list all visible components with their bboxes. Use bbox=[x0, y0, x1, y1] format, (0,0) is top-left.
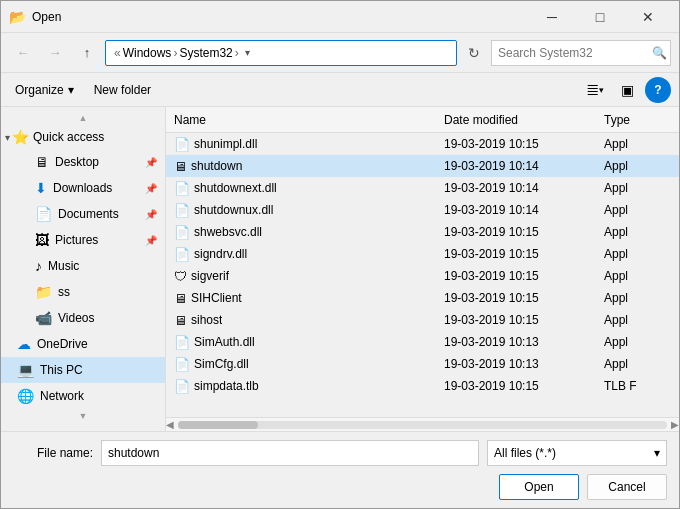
path-windows: Windows bbox=[123, 46, 172, 60]
file-icon: 🖥 bbox=[174, 291, 187, 306]
path-system32: System32 bbox=[179, 46, 232, 60]
table-row[interactable]: 📄 shutdownux.dll 19-03-2019 10:14 Appl bbox=[166, 199, 679, 221]
file-cell-date: 19-03-2019 10:15 bbox=[436, 379, 596, 393]
sidebar-label-videos: Videos bbox=[58, 311, 157, 325]
dialog-title: Open bbox=[32, 10, 61, 24]
file-cell-name: 📄 shunimpl.dll bbox=[166, 137, 436, 152]
search-box[interactable]: 🔍 bbox=[491, 40, 671, 66]
sidebar-item-desktop[interactable]: 🖥 Desktop 📌 bbox=[1, 149, 165, 175]
sidebar-label-this-pc: This PC bbox=[40, 363, 157, 377]
sidebar-item-ss[interactable]: 📁 ss bbox=[1, 279, 165, 305]
onedrive-icon: ☁ bbox=[17, 336, 31, 352]
search-icon: 🔍 bbox=[652, 46, 667, 60]
horizontal-scrollbar[interactable]: ◀ ▶ bbox=[166, 417, 679, 431]
sidebar-item-quick-access[interactable]: ▾ ⭐ Quick access bbox=[1, 125, 165, 149]
sidebar-item-music[interactable]: ♪ Music bbox=[1, 253, 165, 279]
file-cell-name: 🖥 SIHClient bbox=[166, 291, 436, 306]
view-toggle-button[interactable]: ≣ ▾ bbox=[581, 77, 609, 103]
quick-access-icon: ⭐ bbox=[12, 129, 29, 145]
table-row[interactable]: 🖥 sihost 19-03-2019 10:15 Appl bbox=[166, 309, 679, 331]
file-cell-type: Appl bbox=[596, 137, 671, 151]
filetype-select[interactable]: All files (*.*) ▾ bbox=[487, 440, 667, 466]
maximize-button[interactable]: □ bbox=[577, 1, 623, 33]
file-cell-type: Appl bbox=[596, 313, 671, 327]
quick-access-label: Quick access bbox=[33, 130, 104, 144]
file-icon: 📄 bbox=[174, 357, 190, 372]
col-header-name[interactable]: Name bbox=[166, 113, 436, 127]
pin-icon: 📌 bbox=[145, 157, 157, 168]
filename-input[interactable] bbox=[101, 440, 479, 466]
sidebar-item-videos[interactable]: 📹 Videos bbox=[1, 305, 165, 331]
table-row[interactable]: 📄 shunimpl.dll 19-03-2019 10:15 Appl bbox=[166, 133, 679, 155]
thispc-icon: 💻 bbox=[17, 362, 34, 378]
address-bar: ← → ↑ « Windows › System32 › ▾ ↻ 🔍 bbox=[1, 33, 679, 73]
file-cell-date: 19-03-2019 10:15 bbox=[436, 247, 596, 261]
col-header-date[interactable]: Date modified bbox=[436, 113, 596, 127]
filename-label: File name: bbox=[13, 446, 93, 460]
file-icon: 📄 bbox=[174, 225, 190, 240]
minimize-button[interactable]: ─ bbox=[529, 1, 575, 33]
file-cell-name: 📄 shutdownext.dll bbox=[166, 181, 436, 196]
file-name-text: SimAuth.dll bbox=[194, 335, 255, 349]
sidebar-item-this-pc[interactable]: 💻 This PC bbox=[1, 357, 165, 383]
sidebar-label-ss: ss bbox=[58, 285, 157, 299]
open-button[interactable]: Open bbox=[499, 474, 579, 500]
pane-icon: ▣ bbox=[621, 82, 634, 98]
new-folder-button[interactable]: New folder bbox=[88, 77, 157, 103]
pin-icon-downloads: 📌 bbox=[145, 183, 157, 194]
table-row[interactable]: 📄 shutdownext.dll 19-03-2019 10:14 Appl bbox=[166, 177, 679, 199]
file-cell-type: Appl bbox=[596, 269, 671, 283]
file-cell-type: Appl bbox=[596, 203, 671, 217]
file-cell-name: 📄 shutdownux.dll bbox=[166, 203, 436, 218]
h-scroll-left-btn[interactable]: ◀ bbox=[166, 419, 174, 430]
col-header-type[interactable]: Type bbox=[596, 113, 671, 127]
refresh-button[interactable]: ↻ bbox=[461, 40, 487, 66]
table-row[interactable]: 📄 shwebsvc.dll 19-03-2019 10:15 Appl bbox=[166, 221, 679, 243]
file-name-text: signdrv.dll bbox=[194, 247, 247, 261]
file-name-text: shwebsvc.dll bbox=[194, 225, 262, 239]
file-cell-name: 🖥 shutdown bbox=[166, 159, 436, 174]
h-scroll-track[interactable] bbox=[178, 421, 667, 429]
forward-button[interactable]: → bbox=[41, 39, 69, 67]
table-row[interactable]: 📄 signdrv.dll 19-03-2019 10:15 Appl bbox=[166, 243, 679, 265]
h-scroll-right-btn[interactable]: ▶ bbox=[671, 419, 679, 430]
file-cell-name: 📄 SimAuth.dll bbox=[166, 335, 436, 350]
table-row[interactable]: 🖥 SIHClient 19-03-2019 10:15 Appl bbox=[166, 287, 679, 309]
file-area: Name Date modified Type 📄 shunimpl.dll 1… bbox=[166, 107, 679, 431]
back-button[interactable]: ← bbox=[9, 39, 37, 67]
table-row[interactable]: 📄 simpdata.tlb 19-03-2019 10:15 TLB F bbox=[166, 375, 679, 397]
file-cell-type: Appl bbox=[596, 291, 671, 305]
file-cell-date: 19-03-2019 10:13 bbox=[436, 335, 596, 349]
file-cell-type: TLB F bbox=[596, 379, 671, 393]
table-row[interactable]: 🖥 shutdown 19-03-2019 10:14 Appl bbox=[166, 155, 679, 177]
help-button[interactable]: ? bbox=[645, 77, 671, 103]
sidebar-item-network[interactable]: 🌐 Network bbox=[1, 383, 165, 409]
file-name-text: shutdownux.dll bbox=[194, 203, 273, 217]
table-row[interactable]: 📄 SimAuth.dll 19-03-2019 10:13 Appl bbox=[166, 331, 679, 353]
file-cell-date: 19-03-2019 10:14 bbox=[436, 203, 596, 217]
file-cell-type: Appl bbox=[596, 247, 671, 261]
filetype-value: All files (*.*) bbox=[494, 446, 556, 460]
close-button[interactable]: ✕ bbox=[625, 1, 671, 33]
sidebar-label-music: Music bbox=[48, 259, 157, 273]
organize-button[interactable]: Organize ▾ bbox=[9, 77, 80, 103]
main-content: ▲ ▾ ⭐ Quick access 🖥 Desktop 📌 ⬇ Downloa… bbox=[1, 107, 679, 431]
table-row[interactable]: 📄 SimCfg.dll 19-03-2019 10:13 Appl bbox=[166, 353, 679, 375]
file-cell-date: 19-03-2019 10:15 bbox=[436, 269, 596, 283]
search-input[interactable] bbox=[498, 46, 648, 60]
address-path[interactable]: « Windows › System32 › ▾ bbox=[105, 40, 457, 66]
sidebar-item-pictures[interactable]: 🖼 Pictures 📌 bbox=[1, 227, 165, 253]
sidebar-item-downloads[interactable]: ⬇ Downloads 📌 bbox=[1, 175, 165, 201]
up-button[interactable]: ↑ bbox=[73, 39, 101, 67]
file-name-text: simpdata.tlb bbox=[194, 379, 259, 393]
sidebar-item-documents[interactable]: 📄 Documents 📌 bbox=[1, 201, 165, 227]
cancel-button[interactable]: Cancel bbox=[587, 474, 667, 500]
pin-icon-pictures: 📌 bbox=[145, 235, 157, 246]
file-icon: 📄 bbox=[174, 181, 190, 196]
pane-button[interactable]: ▣ bbox=[613, 77, 641, 103]
path-dropdown-icon[interactable]: ▾ bbox=[245, 47, 250, 58]
file-cell-name: 🛡 sigverif bbox=[166, 269, 436, 284]
sidebar-item-onedrive[interactable]: ☁ OneDrive bbox=[1, 331, 165, 357]
table-row[interactable]: 🛡 sigverif 19-03-2019 10:15 Appl bbox=[166, 265, 679, 287]
h-scroll-thumb[interactable] bbox=[178, 421, 258, 429]
